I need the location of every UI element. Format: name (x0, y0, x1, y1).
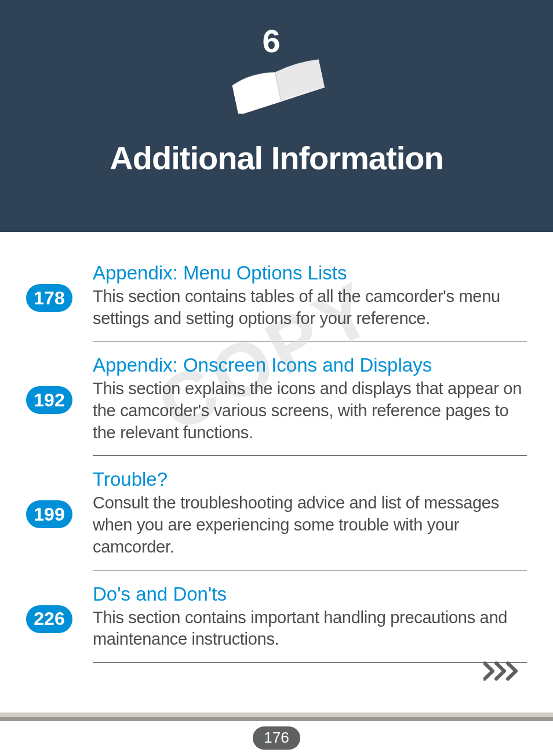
section-item: 199 Trouble? Consult the troubleshooting… (26, 456, 530, 569)
page-badge-link[interactable]: 226 (26, 605, 72, 633)
section-title: Appendix: Menu Options Lists (93, 262, 530, 284)
section-description: This section contains tables of all the … (93, 286, 530, 329)
section-text: Appendix: Menu Options Lists This sectio… (93, 262, 530, 329)
section-description: This section explains the icons and disp… (93, 378, 530, 444)
section-item: 226 Do's and Don'ts This section contain… (26, 570, 530, 662)
section-text: Appendix: Onscreen Icons and Displays Th… (93, 354, 530, 444)
current-page-number: 176 (253, 726, 300, 750)
content-area: COPY 178 Appendix: Menu Options Lists Th… (0, 232, 553, 663)
next-arrows-icon[interactable] (483, 661, 521, 684)
badge-column: 226 (26, 583, 93, 633)
section-description: This section contains important handling… (93, 607, 530, 650)
section-title: Trouble? (93, 468, 530, 490)
book-icon-container: 6 (229, 44, 325, 116)
page-footer: 176 (0, 713, 553, 756)
divider (93, 662, 527, 663)
footer-divider (0, 713, 553, 721)
chapter-number: 6 (263, 22, 281, 60)
badge-column: 178 (26, 262, 93, 312)
section-title: Do's and Don'ts (93, 583, 530, 605)
badge-column: 192 (26, 354, 93, 414)
section-item: 178 Appendix: Menu Options Lists This se… (26, 249, 530, 341)
section-item: 192 Appendix: Onscreen Icons and Display… (26, 341, 530, 455)
chapter-header: 6 Additional Information (0, 0, 553, 232)
page-badge-link[interactable]: 192 (26, 386, 72, 414)
section-text: Do's and Don'ts This section contains im… (93, 583, 530, 650)
badge-column: 199 (26, 468, 93, 528)
section-text: Trouble? Consult the troubleshooting adv… (93, 468, 530, 558)
section-description: Consult the troubleshooting advice and l… (93, 492, 530, 558)
page-badge-link[interactable]: 199 (26, 500, 72, 528)
section-title: Appendix: Onscreen Icons and Displays (93, 354, 530, 376)
chapter-title: Additional Information (110, 139, 443, 177)
page-badge-link[interactable]: 178 (26, 284, 72, 312)
